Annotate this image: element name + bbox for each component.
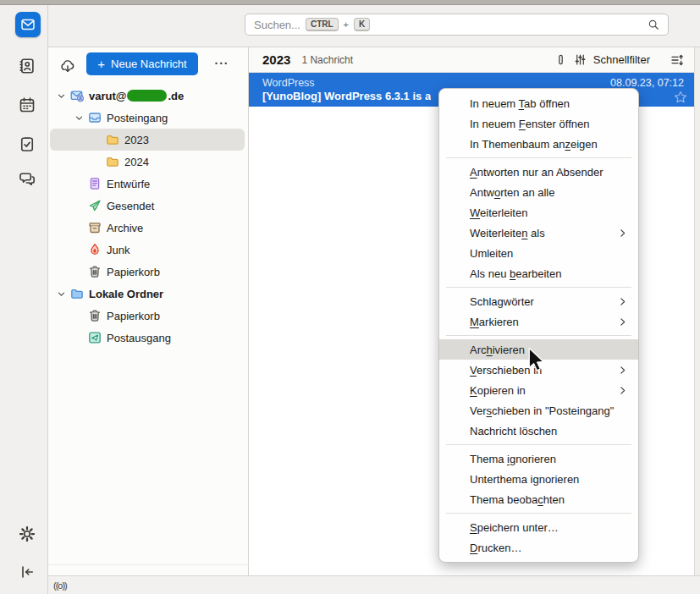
search-input[interactable]: Suchen... CTRL + K xyxy=(245,14,669,36)
context-menu-item[interactable]: Drucken… xyxy=(439,537,638,558)
address-book-icon xyxy=(19,58,36,74)
context-menu-item[interactable]: Thema beobachten xyxy=(439,489,638,509)
submenu-arrow-icon xyxy=(617,316,628,327)
context-menu-item[interactable]: Umleiten xyxy=(439,243,638,263)
folder-row-archive[interactable]: Archive xyxy=(50,217,245,239)
message-context-menu: In neuem Tab öffnenIn neuem Fenster öffn… xyxy=(438,88,639,563)
folder-row-posteingang[interactable]: Posteingang xyxy=(50,107,245,129)
space-button-address-book[interactable] xyxy=(15,54,39,78)
folder-title: 2023 xyxy=(262,52,290,67)
collapse-icon xyxy=(19,564,36,580)
folder-row-papierkorb[interactable]: Papierkorb xyxy=(50,305,245,327)
submenu-arrow-icon xyxy=(617,228,628,239)
folder-row-account[interactable]: varut@.de xyxy=(50,85,245,107)
account-mail-icon xyxy=(70,89,84,102)
context-menu-item[interactable]: Schlagwörter xyxy=(439,291,638,311)
folder-label: Junk xyxy=(107,244,130,256)
inbox-icon xyxy=(88,111,102,124)
folder-row-lokale-ordner[interactable]: Lokale Ordner xyxy=(50,283,245,305)
context-menu-item[interactable]: In Themenbaum anzeigen xyxy=(439,134,638,154)
folder-label: Posteingang xyxy=(107,112,168,124)
get-messages-button[interactable] xyxy=(58,56,78,76)
space-button-chat[interactable] xyxy=(15,167,39,190)
star-icon[interactable] xyxy=(674,91,687,104)
folder-row-entwürfe[interactable]: Entwürfe xyxy=(50,173,245,195)
space-button-calendar[interactable] xyxy=(15,93,39,117)
outbox-icon xyxy=(88,331,102,344)
menu-separator xyxy=(446,513,631,514)
chevron-down-icon[interactable] xyxy=(52,289,70,300)
context-menu-item[interactable]: Verschieben in "Posteingang" xyxy=(439,400,638,421)
chevron-down-icon[interactable] xyxy=(52,91,70,102)
context-menu-item[interactable]: In neuem Fenster öffnen xyxy=(439,113,638,134)
menu-item-label: Thema ignorieren xyxy=(470,453,556,465)
menu-item-label: Archivieren xyxy=(470,344,525,356)
folder-row-junk[interactable]: Junk xyxy=(50,239,245,261)
folder-label: varut@.de xyxy=(89,90,184,102)
menu-item-label: Weiterleiten als xyxy=(470,227,545,239)
message-list-header: 2023 1 Nachricht Schnellfilter xyxy=(249,47,694,73)
search-placeholder: Suchen... xyxy=(254,19,300,31)
drafts-icon xyxy=(88,177,102,190)
chat-icon xyxy=(19,170,36,187)
menu-separator xyxy=(446,287,631,288)
space-button-tasks[interactable] xyxy=(15,132,39,156)
menu-item-label: Speichern unter… xyxy=(470,521,559,534)
folder-pane-options-button[interactable]: ··· xyxy=(211,54,233,73)
context-menu-item[interactable]: In neuem Tab öffnen xyxy=(439,93,638,113)
folder-row-gesendet[interactable]: Gesendet xyxy=(50,195,245,217)
message-date: 08.09.23, 07:12 xyxy=(610,77,684,89)
quick-filter-icon[interactable] xyxy=(574,53,587,66)
folder-row-2024[interactable]: 2024 xyxy=(50,151,245,173)
search-icon xyxy=(648,19,659,30)
menu-item-label: Nachricht löschen xyxy=(470,425,557,437)
menu-item-label: Markieren xyxy=(470,316,519,328)
chevron-down-icon[interactable] xyxy=(70,113,88,124)
window-right-border xyxy=(694,47,700,575)
folder-label: Postausgang xyxy=(107,332,171,344)
message-subject: [YunoBlog] WordPress 6.3.1 is a xyxy=(262,90,431,102)
folder-yellow-icon xyxy=(106,133,119,146)
menu-item-label: Antworten an alle xyxy=(470,186,554,199)
submenu-arrow-icon xyxy=(617,365,628,376)
folder-row-2023[interactable]: 2023 xyxy=(50,129,245,151)
status-bar: ((o)) xyxy=(48,575,700,594)
folder-row-papierkorb[interactable]: Papierkorb xyxy=(50,261,245,283)
context-menu-item[interactable]: Weiterleiten als xyxy=(439,223,638,243)
context-menu-item[interactable]: Unterthema ignorieren xyxy=(439,469,638,489)
menu-item-label: In Themenbaum anzeigen xyxy=(470,138,598,151)
context-menu-item[interactable]: Markieren xyxy=(439,311,638,332)
folder-blue-icon xyxy=(70,287,84,300)
context-menu-item[interactable]: Antworten nur an Absender xyxy=(439,162,638,182)
shortcut-key-k: K xyxy=(354,18,370,31)
menu-item-label: Weiterleiten xyxy=(470,206,527,219)
folder-label: Gesendet xyxy=(107,200,154,212)
message-list-display-options-icon[interactable] xyxy=(670,53,684,67)
menu-item-label: Thema beobachten xyxy=(470,493,565,506)
context-menu-item[interactable]: Als neu bearbeiten xyxy=(439,263,638,283)
context-menu-item[interactable]: Nachricht löschen xyxy=(439,421,638,441)
menu-item-label: Unterthema ignorieren xyxy=(470,473,579,486)
context-menu-item[interactable]: Kopieren in xyxy=(439,380,638,400)
context-menu-item[interactable]: Weiterleiten xyxy=(439,202,638,223)
collapse-spaces-button[interactable] xyxy=(15,560,39,584)
folder-label: Papierkorb xyxy=(107,266,160,278)
sticky-filter-icon[interactable] xyxy=(554,53,567,66)
folder-label: Archive xyxy=(107,222,143,234)
context-menu-item[interactable]: Antworten an alle xyxy=(439,182,638,202)
menu-item-label: Als neu bearbeiten xyxy=(470,267,561,280)
mail-icon xyxy=(20,17,36,32)
shortcut-key-ctrl: CTRL xyxy=(306,18,339,31)
submenu-arrow-icon xyxy=(617,385,628,396)
shortcut-plus: + xyxy=(344,19,349,30)
quick-filter-label[interactable]: Schnellfilter xyxy=(593,53,650,66)
settings-button[interactable] xyxy=(15,522,39,546)
context-menu-item[interactable]: Speichern unter… xyxy=(439,517,638,537)
junk-icon xyxy=(88,243,102,256)
trash-icon xyxy=(88,309,102,322)
space-button-mail[interactable] xyxy=(15,12,41,37)
context-menu-item[interactable]: Thema ignorieren xyxy=(439,448,638,469)
folder-row-postausgang[interactable]: Postausgang xyxy=(50,327,245,349)
mouse-cursor xyxy=(526,348,547,375)
new-message-button[interactable]: + Neue Nachricht xyxy=(86,52,198,75)
